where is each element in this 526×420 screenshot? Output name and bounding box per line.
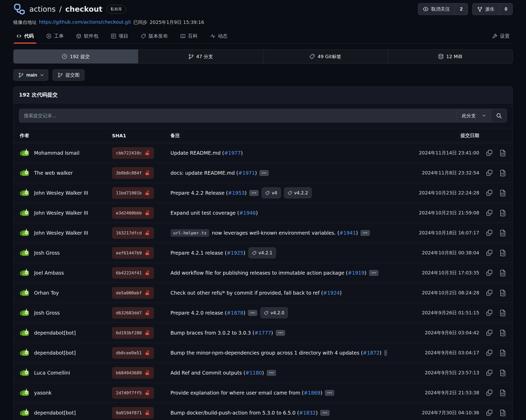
tab-activity[interactable]: 动态 [208, 31, 230, 43]
browse-source-button[interactable] [499, 249, 506, 256]
issue-link[interactable]: #1832 [299, 410, 316, 416]
commit-sha-link[interactable]: 9a9194f871 [112, 407, 154, 419]
commit-sha-link[interactable]: d632683dd7 [112, 307, 154, 319]
tab-code[interactable]: 代码 [14, 31, 36, 43]
commit-sha-link[interactable]: 163217dfcd [112, 227, 154, 239]
issue-link[interactable]: #1180 [245, 370, 262, 376]
commit-sha-link[interactable]: e3d2460bbb [112, 207, 154, 219]
issue-link[interactable]: #1977 [224, 150, 241, 156]
issue-link[interactable]: #1925 [227, 250, 243, 256]
browse-source-button[interactable] [499, 369, 506, 376]
commit-sha-link[interactable]: cbb722410c [112, 147, 154, 159]
copy-sha-button[interactable] [486, 170, 493, 176]
issue-link[interactable]: #1878 [227, 310, 243, 316]
browse-source-button[interactable] [499, 189, 506, 196]
commit-graph-button[interactable]: 提交图 [52, 69, 84, 81]
expand-message-button[interactable] [248, 310, 257, 316]
browse-source-button[interactable] [499, 389, 506, 396]
unwatch-button[interactable]: 取消关注 2 [418, 3, 468, 15]
commit-sha-link[interactable]: db0cee9a51 [112, 347, 154, 359]
expand-message-button[interactable] [384, 350, 387, 356]
tab-wiki[interactable]: 百科 [178, 31, 200, 43]
browse-source-button[interactable] [499, 329, 506, 336]
commit-sha-link[interactable]: 6d193bf280 [112, 327, 154, 339]
avatar[interactable] [20, 308, 30, 318]
branch-selector[interactable]: main [13, 69, 48, 81]
browse-source-button[interactable] [499, 150, 506, 156]
issue-link[interactable]: #1953 [228, 190, 245, 196]
expand-message-button[interactable] [325, 390, 334, 396]
avatar[interactable] [20, 368, 30, 378]
avatar[interactable] [20, 288, 30, 298]
avatar[interactable] [20, 328, 30, 338]
version-tag[interactable]: v4.2.1 [248, 247, 276, 258]
browse-source-button[interactable] [499, 209, 506, 216]
issue-link[interactable]: #1924 [323, 290, 340, 296]
browse-source-button[interactable] [499, 309, 506, 316]
mirror-url-link[interactable]: https://github.com/actions/checkout.git [39, 19, 131, 25]
issue-link[interactable]: #1777 [254, 330, 271, 336]
copy-sha-button[interactable] [486, 409, 493, 416]
stat-tags[interactable]: 49 Git标签 [263, 50, 388, 63]
expand-message-button[interactable] [249, 190, 259, 196]
copy-sha-button[interactable] [486, 389, 493, 396]
tab-packages[interactable]: 软件包 [74, 31, 101, 43]
browse-source-button[interactable] [499, 289, 506, 296]
commit-search-input[interactable] [19, 109, 456, 122]
issue-link[interactable]: #1941 [339, 230, 356, 236]
tab-settings[interactable]: 设置 [490, 31, 512, 43]
avatar[interactable] [20, 148, 30, 158]
browse-source-button[interactable] [499, 349, 506, 356]
avatar[interactable] [20, 268, 30, 278]
expand-message-button[interactable] [259, 170, 269, 176]
avatar[interactable] [20, 228, 30, 238]
copy-sha-button[interactable] [486, 229, 493, 236]
fork-button[interactable]: 派生 0 [472, 3, 513, 15]
browse-source-button[interactable] [499, 409, 506, 416]
avatar[interactable] [20, 188, 30, 198]
watchers-count[interactable]: 2 [455, 3, 468, 15]
branch-scope-dropdown[interactable]: 此分支 [456, 109, 491, 122]
forks-count[interactable]: 0 [499, 3, 512, 15]
commit-sha-link[interactable]: 3b9b8c884f [112, 167, 154, 179]
copy-sha-button[interactable] [486, 189, 493, 196]
commit-sha-link[interactable]: 6b42224f41 [112, 267, 154, 279]
copy-sha-button[interactable] [486, 309, 493, 316]
version-tag[interactable]: v4 [262, 187, 281, 198]
expand-message-button[interactable] [360, 230, 370, 236]
repo-owner-link[interactable]: actions [29, 5, 56, 13]
browse-source-button[interactable] [499, 170, 506, 176]
tab-releases[interactable]: 版本发布 [138, 31, 170, 43]
version-tag[interactable]: v4.2.2 [284, 187, 312, 198]
avatar[interactable] [20, 388, 30, 398]
stat-branches[interactable]: 47 分支 [138, 50, 263, 63]
expand-message-button[interactable] [369, 270, 378, 276]
issue-link[interactable]: #1869 [304, 390, 320, 396]
copy-sha-button[interactable] [486, 209, 493, 216]
browse-source-button[interactable] [499, 229, 506, 236]
stat-size[interactable]: 12 MiB [388, 50, 512, 63]
avatar[interactable] [20, 208, 30, 218]
commit-sha-link[interactable]: 11bd71901b [112, 187, 154, 199]
copy-sha-button[interactable] [486, 329, 493, 336]
avatar[interactable] [20, 408, 30, 418]
commit-sha-link[interactable]: de5a000abf [112, 287, 154, 299]
issue-link[interactable]: #1971 [238, 170, 255, 176]
copy-sha-button[interactable] [486, 269, 493, 276]
expand-message-button[interactable] [267, 370, 276, 376]
expand-message-button[interactable] [320, 410, 330, 416]
commit-sha-link[interactable]: b684943689 [112, 367, 154, 379]
avatar[interactable] [20, 168, 30, 178]
stat-commits[interactable]: 192 提交 [14, 50, 138, 63]
copy-sha-button[interactable] [486, 349, 493, 356]
search-button[interactable] [491, 109, 507, 122]
issue-link[interactable]: #1872 [363, 350, 379, 356]
issue-link[interactable]: #1919 [348, 270, 364, 276]
avatar[interactable] [20, 248, 30, 258]
commit-sha-link[interactable]: 2d7d9f7ff5 [112, 387, 154, 399]
browse-source-button[interactable] [499, 269, 506, 276]
avatar[interactable] [20, 348, 30, 358]
expand-message-button[interactable] [276, 330, 285, 336]
copy-sha-button[interactable] [486, 369, 493, 376]
version-tag[interactable]: v4.2.0 [260, 307, 288, 318]
